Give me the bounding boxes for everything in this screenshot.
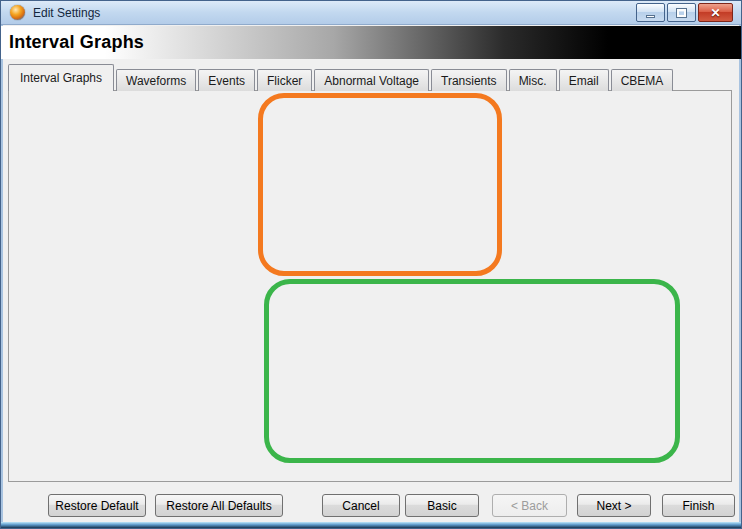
tab-flicker[interactable]: Flicker [257, 69, 312, 91]
minimize-button[interactable] [636, 3, 665, 22]
window-bottom-border [1, 522, 741, 528]
titlebar[interactable]: Edit Settings ✕ [1, 1, 741, 25]
tab-email[interactable]: Email [559, 69, 609, 91]
tab-cbema[interactable]: CBEMA [611, 69, 674, 91]
tab-transients[interactable]: Transients [431, 69, 507, 91]
minimize-icon [646, 15, 655, 18]
back-button[interactable]: < Back [492, 494, 567, 517]
tab-strip: Interval Graphs Waveforms Events Flicker… [8, 64, 675, 91]
close-button[interactable]: ✕ [698, 3, 733, 22]
basic-button[interactable]: Basic [405, 494, 479, 517]
restore-default-button[interactable]: Restore Default [48, 494, 146, 517]
tab-misc[interactable]: Misc. [509, 69, 557, 91]
window-title: Edit Settings [33, 6, 100, 20]
app-icon [10, 5, 25, 20]
maximize-button[interactable] [667, 3, 696, 22]
tab-waveforms[interactable]: Waveforms [116, 69, 196, 91]
page-header: Interval Graphs [1, 26, 741, 59]
finish-button[interactable]: Finish [662, 494, 735, 517]
tab-events[interactable]: Events [198, 69, 255, 91]
edit-settings-dialog: Edit Settings ✕ Interval Graphs Interval… [0, 0, 742, 529]
restore-all-defaults-button[interactable]: Restore All Defaults [155, 494, 283, 517]
tab-page [8, 90, 732, 482]
tab-interval-graphs[interactable]: Interval Graphs [8, 64, 114, 91]
maximize-icon [677, 9, 686, 17]
tab-abnormal-voltage[interactable]: Abnormal Voltage [314, 69, 429, 91]
close-icon: ✕ [710, 6, 720, 20]
cancel-button[interactable]: Cancel [322, 494, 400, 517]
next-button[interactable]: Next > [577, 494, 651, 517]
page-title: Interval Graphs [9, 32, 144, 53]
